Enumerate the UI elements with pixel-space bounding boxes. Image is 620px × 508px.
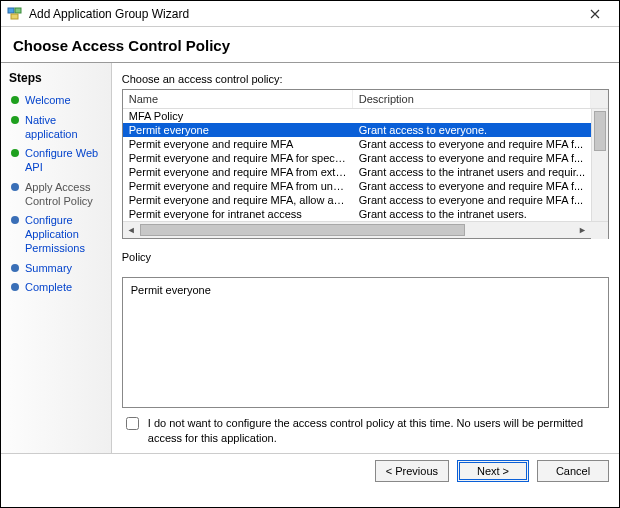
cancel-button[interactable]: Cancel [537, 460, 609, 482]
wizard-header: Choose Access Control Policy [1, 27, 619, 63]
skip-policy-row: I do not want to configure the access co… [122, 416, 609, 445]
step-bullet-icon [11, 264, 19, 272]
policy-row-description: Grant access to everyone. [353, 124, 591, 136]
step-bullet-icon [11, 96, 19, 104]
choose-policy-label: Choose an access control policy: [122, 73, 609, 85]
column-name[interactable]: Name [123, 90, 353, 108]
policy-row-name: MFA Policy [123, 110, 353, 122]
policy-row-name: Permit everyone and require MFA from ext… [123, 166, 353, 178]
policy-label: Policy [122, 251, 609, 263]
svg-rect-1 [15, 8, 21, 13]
step-item[interactable]: Configure Application Permissions [1, 211, 111, 258]
policy-row-description: Grant access to everyone and require MFA… [353, 180, 591, 192]
step-item[interactable]: Apply Access Control Policy [1, 178, 111, 212]
policy-row[interactable]: Permit everyone for intranet accessGrant… [123, 207, 591, 221]
scroll-corner [591, 222, 608, 239]
step-label: Apply Access Control Policy [25, 181, 103, 209]
policy-row-name: Permit everyone and require MFA from una… [123, 180, 353, 192]
svg-rect-0 [8, 8, 14, 13]
vertical-scroll-thumb[interactable] [594, 111, 606, 151]
policy-row-description: Grant access to the intranet users and r… [353, 166, 591, 178]
policy-list-header: Name Description [123, 90, 608, 109]
step-item[interactable]: Native application [1, 111, 111, 145]
policy-preview-text: Permit everyone [131, 284, 211, 296]
policy-row-description [353, 110, 591, 122]
policy-row-description: Grant access to the intranet users. [353, 208, 591, 220]
policy-row-description: Grant access to everyone and require MFA… [353, 152, 591, 164]
hscroll-right-arrow[interactable]: ► [574, 222, 591, 239]
step-label: Native application [25, 114, 103, 142]
steps-sidebar: Steps WelcomeNative applicationConfigure… [1, 63, 112, 453]
policy-preview: Permit everyone [122, 277, 609, 408]
policy-row-description: Grant access to everyone and require MFA… [353, 194, 591, 206]
policy-row-name: Permit everyone and require MFA [123, 138, 353, 150]
step-bullet-icon [11, 283, 19, 291]
column-description[interactable]: Description [353, 90, 591, 108]
next-button[interactable]: Next > [457, 460, 529, 482]
title-bar: Add Application Group Wizard [1, 1, 619, 27]
policy-row-name: Permit everyone for intranet access [123, 208, 353, 220]
step-item[interactable]: Complete [1, 278, 111, 298]
policy-row[interactable]: Permit everyone and require MFA for spec… [123, 151, 591, 165]
policy-row[interactable]: Permit everyone and require MFA from una… [123, 179, 591, 193]
vertical-scrollbar[interactable] [591, 109, 608, 221]
step-item[interactable]: Welcome [1, 91, 111, 111]
step-bullet-icon [11, 116, 19, 124]
skip-policy-label[interactable]: I do not want to configure the access co… [148, 416, 609, 445]
steps-heading: Steps [1, 69, 111, 91]
step-label: Configure Application Permissions [25, 214, 103, 255]
policy-row-description: Grant access to everyone and require MFA… [353, 138, 591, 150]
page-title: Choose Access Control Policy [13, 37, 607, 54]
step-label: Configure Web API [25, 147, 103, 175]
main-panel: Choose an access control policy: Name De… [112, 63, 619, 453]
policy-row[interactable]: Permit everyone and require MFAGrant acc… [123, 137, 591, 151]
step-item[interactable]: Configure Web API [1, 144, 111, 178]
policy-list[interactable]: Name Description MFA PolicyPermit everyo… [122, 89, 609, 239]
horizontal-scrollbar[interactable]: ◄ ► [123, 221, 608, 238]
wizard-body: Steps WelcomeNative applicationConfigure… [1, 63, 619, 453]
vscroll-header-spacer [591, 90, 608, 108]
policy-row-name: Permit everyone and require MFA for spec… [123, 152, 353, 164]
previous-button[interactable]: < Previous [375, 460, 449, 482]
window-title: Add Application Group Wizard [29, 7, 577, 21]
step-label: Complete [25, 281, 72, 295]
close-button[interactable] [577, 2, 613, 26]
skip-policy-checkbox[interactable] [126, 417, 139, 430]
app-icon [7, 6, 23, 22]
svg-rect-2 [11, 14, 18, 19]
step-item[interactable]: Summary [1, 259, 111, 279]
step-bullet-icon [11, 149, 19, 157]
policy-row-name: Permit everyone and require MFA, allow a… [123, 194, 353, 206]
step-label: Welcome [25, 94, 71, 108]
policy-row[interactable]: Permit everyone and require MFA from ext… [123, 165, 591, 179]
policy-row[interactable]: MFA Policy [123, 109, 591, 123]
policy-row[interactable]: Permit everyone and require MFA, allow a… [123, 193, 591, 207]
step-bullet-icon [11, 183, 19, 191]
policy-row[interactable]: Permit everyoneGrant access to everyone. [123, 123, 591, 137]
wizard-footer: < Previous Next > Cancel [1, 453, 619, 488]
step-bullet-icon [11, 216, 19, 224]
horizontal-scroll-thumb[interactable] [140, 224, 466, 236]
policy-row-name: Permit everyone [123, 124, 353, 136]
step-label: Summary [25, 262, 72, 276]
hscroll-left-arrow[interactable]: ◄ [123, 222, 140, 239]
